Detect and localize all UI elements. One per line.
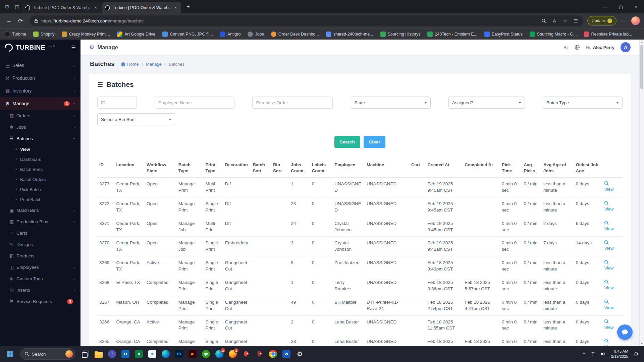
sidebar-item[interactable]: ✎ Designs — [0, 239, 80, 250]
new-tab-button[interactable]: + — [183, 2, 193, 12]
read-aloud-icon[interactable]: A — [552, 18, 557, 23]
all-link[interactable]: All — [564, 45, 569, 50]
window-close-icon[interactable]: × — [629, 0, 644, 13]
breadcrumb-manage-link[interactable]: Manage — [146, 62, 162, 67]
bookmark-item[interactable]: shared-240tech-me... — [326, 32, 373, 37]
zoom-icon[interactable] — [541, 18, 546, 23]
bookmark-item[interactable]: 240Tech - Emblem E... — [427, 32, 477, 37]
illustrator-icon[interactable]: Ai — [186, 347, 199, 361]
hidden-icons-chevron[interactable]: ^ — [581, 348, 587, 360]
bookmark-item[interactable]: Convert PNG, JPG fil... — [162, 32, 213, 37]
firefox-icon[interactable]: 1 — [226, 347, 239, 361]
user-menu[interactable]: Hi, Alec Perry — [586, 45, 614, 50]
browser-profile-avatar[interactable] — [631, 16, 640, 25]
view-button[interactable]: View — [604, 260, 613, 271]
view-button[interactable]: View — [604, 280, 613, 291]
breadcrumb-home-link[interactable]: Home — [121, 62, 139, 67]
sidebar-item[interactable]: • Dashboard — [0, 154, 80, 164]
bookmark-item[interactable]: Jobs — [248, 32, 264, 37]
batch-type-select[interactable]: Batch Type — [543, 97, 623, 109]
sidebar-item[interactable]: ▦ Inventory › — [0, 84, 80, 97]
bookmark-item[interactable]: Crazy Monkey Printi... — [62, 32, 110, 37]
employee-name-filter-input[interactable] — [155, 97, 234, 109]
quickbooks-icon[interactable]: qb — [199, 347, 213, 361]
sidebar-item[interactable]: ▥ Orders › — [0, 110, 80, 121]
scrollbar-down-icon[interactable]: ▼ — [640, 341, 644, 346]
taskbar-search[interactable]: Search — [20, 348, 75, 360]
tab-close-icon[interactable]: × — [173, 5, 178, 10]
sidebar-item[interactable]: ☰ Batches › — [0, 133, 80, 144]
sidebar-item[interactable]: ⚒ Production › — [0, 72, 80, 84]
sidebar-item[interactable]: ▣ Match Bins › — [0, 204, 80, 216]
outlook-icon[interactable]: O — [119, 347, 132, 361]
clear-button[interactable]: Clear — [364, 136, 386, 148]
bin-sort-select[interactable]: Select a Bin Sort — [97, 113, 175, 125]
edge-icon[interactable] — [159, 347, 172, 361]
avatar[interactable]: A — [621, 42, 631, 52]
view-button[interactable]: View — [604, 201, 613, 212]
wifi-icon[interactable] — [588, 348, 598, 360]
excel-icon[interactable]: X — [132, 347, 146, 361]
sidebar-item[interactable]: ▱ Carts — [0, 227, 80, 239]
workspaces-icon[interactable]: ⊞ — [2, 2, 12, 12]
address-bar[interactable]: https://turbine-demo.240tech.com/manage/… — [30, 15, 583, 26]
view-button[interactable]: View — [604, 299, 613, 311]
globe-icon[interactable] — [575, 45, 580, 50]
bookmark-item[interactable]: Resolute Private lab... — [584, 32, 632, 37]
photoshop-icon[interactable]: Ps — [172, 347, 186, 361]
sidebar-item[interactable]: ▧ Production Bins › — [0, 216, 80, 227]
bookmark-item[interactable]: EasyPost Status — [484, 32, 523, 37]
favorites-bar-icon[interactable]: ☰ — [573, 18, 579, 23]
photos-icon[interactable]: ❖ — [146, 347, 159, 361]
sidebar-item[interactable]: ▤ Sales › — [0, 59, 80, 72]
page-scrollbar[interactable]: ▲ ▼ — [639, 40, 644, 346]
sidebar-item[interactable]: ▨ Inserts › — [0, 284, 80, 296]
id-filter-input[interactable] — [97, 97, 137, 109]
window-minimize-icon[interactable]: — — [598, 0, 613, 13]
bookmark-item[interactable]: Antigro — [220, 32, 241, 37]
assigned-select[interactable]: Assigned? — [448, 97, 525, 109]
view-button[interactable]: View — [604, 221, 613, 232]
taskbar-clock[interactable]: 9:45 AM 2/19/2025 — [608, 349, 631, 359]
scrollbar-up-icon[interactable]: ▲ — [640, 40, 644, 44]
back-icon[interactable]: ← — [4, 16, 14, 26]
notification-bell-icon[interactable] — [632, 348, 641, 360]
teams-icon[interactable]: T — [105, 347, 119, 361]
file-explorer-icon[interactable] — [92, 347, 105, 361]
view-button[interactable]: View — [604, 240, 613, 251]
sidebar-item[interactable]: • Pick Batch — [0, 184, 80, 194]
bookmark-item[interactable]: Art Google Drive — [117, 32, 155, 37]
sidebar-item[interactable]: ⚑ Service Requests 3 — [0, 296, 80, 307]
search-button[interactable]: Search — [334, 136, 360, 148]
refresh-icon[interactable]: ⟳ — [15, 16, 25, 26]
view-button[interactable]: View — [604, 319, 613, 330]
window-maximize-icon[interactable]: ▢ — [613, 0, 629, 13]
view-button[interactable]: View — [604, 339, 613, 346]
volume-icon[interactable] — [598, 348, 608, 360]
browser-tab[interactable]: Turbine | POD Order & Warehous... × — [22, 2, 101, 13]
sidebar-item[interactable]: • View — [0, 144, 80, 154]
start-button[interactable] — [3, 347, 17, 361]
browser-update-button[interactable]: Update — [587, 16, 616, 25]
scrollbar-thumb[interactable] — [640, 45, 643, 89]
favorite-star-icon[interactable]: ☆ — [562, 18, 568, 23]
tag-red-icon[interactable] — [239, 347, 253, 361]
bookmark-item[interactable]: Order Desk Dashbo... — [271, 32, 319, 37]
bookmark-item[interactable]: Sourcing Macro - G... — [530, 32, 577, 37]
bookmark-item[interactable]: Shopify — [33, 32, 55, 37]
edge-work-profile-icon[interactable]: 2 — [213, 347, 226, 361]
tag-dark-icon[interactable] — [253, 347, 266, 361]
tab-actions-icon[interactable]: ◫ — [12, 2, 22, 12]
sidebar-item[interactable]: ◈ Custom Tags › — [0, 273, 80, 284]
state-select[interactable]: State — [351, 97, 431, 109]
sidebar-item[interactable]: • Batch Sorts — [0, 164, 80, 174]
sidebar-item[interactable]: • Print Batch — [0, 194, 80, 204]
sidebar-item[interactable]: ⚙ Manage 3 › — [0, 97, 80, 110]
sidebar-toggle-icon[interactable]: ☰ — [71, 45, 76, 51]
sidebar-item[interactable]: ◧ Products — [0, 250, 80, 261]
chat-widget-button[interactable] — [617, 324, 633, 340]
browser-tab[interactable]: Turbine | POD Order & Warehous... × — [102, 2, 181, 13]
chrome-icon[interactable] — [266, 347, 280, 361]
sidebar-item[interactable]: ❖ Jobs › — [0, 121, 80, 133]
settings-icon[interactable]: ⚙ — [293, 347, 307, 361]
